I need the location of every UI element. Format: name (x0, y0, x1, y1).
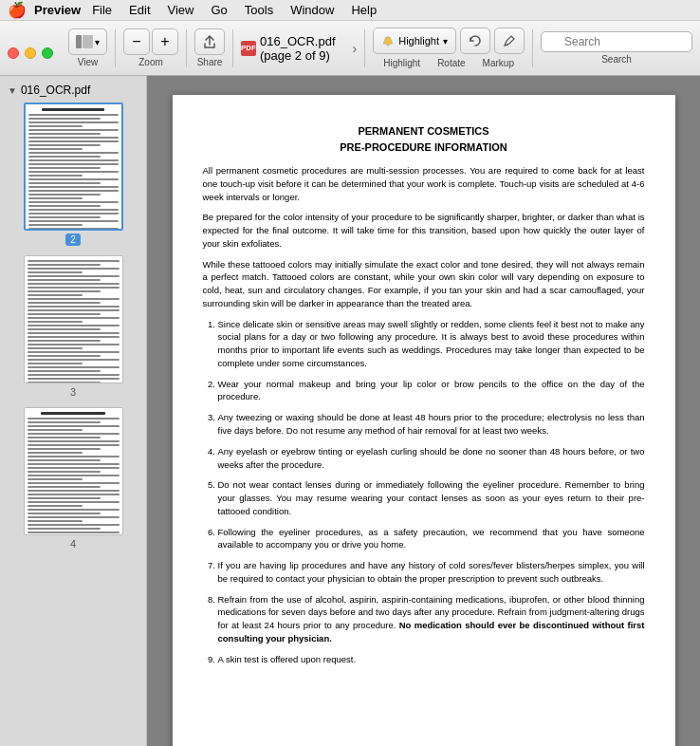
document-title: 016_OCR.pdf (page 2 of 9) (260, 34, 349, 63)
pdf-icon: PDF (241, 41, 256, 56)
rotate-button[interactable] (460, 28, 490, 54)
view-label: View (78, 57, 99, 67)
search-group: 🔍 Search (541, 31, 692, 65)
highlight-label: Highlight (398, 35, 439, 47)
apple-menu[interactable]: 🍎 (8, 1, 27, 19)
divider-1 (115, 29, 116, 67)
search-bottom-label: Search (601, 54, 632, 65)
zoom-label: Zoom (138, 57, 163, 67)
toolbar: ▾ View − + Zoom Share PDF (0, 21, 700, 76)
share-label: Share (197, 57, 223, 67)
menubar-file[interactable]: File (84, 3, 120, 17)
menubar-app[interactable]: Preview (34, 3, 81, 17)
zoom-out-button[interactable]: − (123, 28, 150, 55)
close-button[interactable] (8, 47, 19, 59)
sidebar-arrow: ▼ (8, 85, 17, 96)
menubar: 🍎 Preview File Edit View Go Tools Window… (0, 0, 700, 21)
sidebar-thumb-4 (24, 407, 123, 535)
sidebar-thumb-3 (24, 255, 123, 383)
menubar-edit[interactable]: Edit (121, 3, 157, 17)
menubar-go[interactable]: Go (203, 3, 234, 17)
right-tools: Highlight ▾ Highlight Rotate Markup (373, 28, 525, 68)
page-num-4: 4 (70, 538, 76, 550)
share-group: Share (194, 28, 225, 67)
pdf-title: PERMANENT COSMETICS PRE-PROCEDURE INFORM… (203, 123, 645, 155)
main-area: ▼ 016_OCR.pdf (0, 76, 700, 746)
rotate-bottom-label: Rotate (437, 58, 465, 68)
highlight-bottom-label: Highlight (383, 58, 420, 68)
menubar-view[interactable]: View (160, 3, 202, 17)
list-item-6: Following the eyeliner procedures, as a … (218, 526, 645, 552)
list-item-5: Do not wear contact lenses during or imm… (218, 478, 645, 517)
sidebar-filename: 016_OCR.pdf (21, 84, 90, 97)
pdf-para-1: All permanent cosmetic procedures are mu… (203, 164, 645, 203)
search-wrapper: 🔍 (541, 31, 692, 52)
pdf-list: Since delicate skin or sensitive areas m… (218, 318, 645, 666)
share-button[interactable] (194, 28, 225, 55)
toolbar-wrapper: ▾ View − + Zoom Share PDF (0, 21, 700, 76)
list-item-8: Refrain from the use of alcohol, aspirin… (218, 593, 645, 645)
list-item-1: Since delicate skin or sensitive areas m… (218, 318, 645, 370)
pdf-para-3: While these tattooed colors may initiall… (203, 258, 645, 310)
menubar-window[interactable]: Window (283, 3, 341, 17)
sidebar-header[interactable]: ▼ 016_OCR.pdf (4, 84, 142, 103)
divider-4 (364, 29, 365, 67)
divider-3 (232, 29, 233, 67)
sidebar: ▼ 016_OCR.pdf (0, 76, 147, 746)
menubar-help[interactable]: Help (343, 3, 384, 17)
title-bar: PDF 016_OCR.pdf (page 2 of 9) › (241, 34, 357, 63)
maximize-button[interactable] (42, 47, 53, 59)
view-group: ▾ View (68, 28, 107, 67)
sidebar-page-2[interactable]: 2 (4, 103, 142, 246)
traffic-lights (8, 47, 53, 59)
menubar-tools[interactable]: Tools (237, 3, 281, 17)
divider-5 (532, 29, 533, 67)
search-input[interactable] (541, 31, 692, 52)
list-item-9: A skin test is offered upon request. (218, 653, 645, 666)
sidebar-page-4[interactable]: 4 (4, 407, 142, 550)
zoom-in-button[interactable]: + (152, 28, 178, 55)
pdf-title-line2: PRE-PROCEDURE INFORMATION (203, 140, 645, 156)
highlight-button[interactable]: Highlight ▾ (373, 28, 456, 54)
pdf-page: PERMANENT COSMETICS PRE-PROCEDURE INFORM… (173, 95, 675, 746)
view-button[interactable]: ▾ (68, 28, 107, 55)
page-badge-2: 2 (65, 233, 81, 246)
list-item-2: Wear your normal makeup and bring your l… (218, 378, 645, 404)
svg-rect-0 (76, 35, 82, 48)
list-item-7: If you are having lip procedures and hav… (218, 559, 645, 586)
zoom-group: − + Zoom (123, 28, 178, 67)
markup-button[interactable] (494, 28, 525, 54)
list-item-3: Any tweezing or waxing should be done at… (218, 411, 645, 438)
page-num-3: 3 (70, 386, 76, 398)
pdf-para-2: Be prepared for the color intensity of y… (203, 211, 645, 250)
minimize-button[interactable] (25, 47, 36, 59)
pdf-area[interactable]: PERMANENT COSMETICS PRE-PROCEDURE INFORM… (147, 76, 700, 746)
divider-2 (186, 29, 187, 67)
svg-rect-1 (83, 35, 93, 48)
sidebar-page-3[interactable]: 3 (4, 255, 142, 398)
toolbar-bottom-labels: Highlight Rotate Markup (383, 58, 514, 68)
pdf-title-line1: PERMANENT COSMETICS (203, 123, 645, 140)
sidebar-thumb-2 (24, 103, 123, 231)
markup-bottom-label: Markup (483, 58, 514, 68)
list-item-4: Any eyelash or eyebrow tinting or eyelas… (218, 445, 645, 472)
title-chevron[interactable]: › (353, 41, 358, 56)
